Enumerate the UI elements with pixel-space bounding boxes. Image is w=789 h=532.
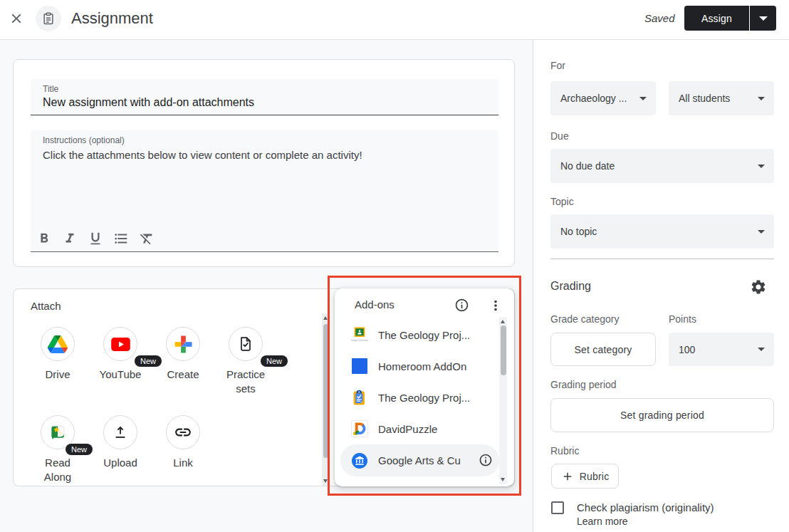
attach-item-create: Create <box>152 327 214 382</box>
grading-period-label: Grading period <box>550 379 617 390</box>
caret-down-icon <box>758 348 765 351</box>
create-button[interactable] <box>166 327 200 361</box>
info-icon <box>454 298 469 313</box>
addon-item-geology-2[interactable]: The Geology Proj... <box>340 382 499 413</box>
assignment-details-card: Title New assignment with add-on attachm… <box>13 59 515 267</box>
attach-item-youtube: YouTube <box>89 327 152 382</box>
addon-item-label: Google Arts & Cu <box>378 454 461 466</box>
caret-down-icon <box>639 97 647 100</box>
topic-label: Topic <box>550 196 574 207</box>
drive-icon <box>48 335 68 353</box>
learn-more-link[interactable]: Learn more <box>577 516 628 527</box>
scroll-up-icon <box>323 316 328 320</box>
plagiarism-checkbox[interactable] <box>551 501 564 514</box>
attach-item-label: Practice sets <box>219 367 272 396</box>
addons-info-button[interactable] <box>454 298 469 313</box>
clipboard-addon-icon <box>351 389 368 406</box>
caret-down-icon <box>758 97 765 100</box>
assign-dropdown-button[interactable] <box>749 6 776 31</box>
attach-item-label: Read Along <box>31 456 84 484</box>
attach-item-label: Create <box>157 367 209 382</box>
points-select[interactable]: 100 <box>669 333 774 366</box>
youtube-button[interactable] <box>103 327 137 361</box>
rubric-label: Rubric <box>550 445 579 457</box>
new-badge: New <box>66 444 93 455</box>
attach-scrollbar[interactable] <box>322 313 330 486</box>
attach-item-label: Link <box>157 456 209 470</box>
top-bar: Assignment Saved Assign <box>0 0 789 40</box>
svg-text:Google Classroom: Google Classroom <box>351 339 368 342</box>
addon-item-label: The Geology Proj... <box>378 392 470 404</box>
add-rubric-button[interactable]: Rubric <box>551 464 619 489</box>
addon-item-davidpuzzle[interactable]: DavidPuzzle <box>340 413 499 444</box>
settings-sidebar: For Archaeology ... All students Due No … <box>533 40 789 532</box>
underline-icon <box>88 231 103 246</box>
bold-button[interactable] <box>36 230 53 247</box>
underline-button[interactable] <box>87 230 104 247</box>
grading-heading: Grading <box>550 280 591 293</box>
students-select[interactable]: All students <box>669 81 774 115</box>
addon-item-geology-1[interactable]: Google Classroom The Geology Proj... <box>340 319 499 350</box>
close-button[interactable] <box>8 10 25 27</box>
set-grading-period-button[interactable]: Set grading period <box>550 398 774 432</box>
addon-item-google-arts[interactable]: Google Arts & Cu <box>340 444 499 476</box>
page-title: Assignment <box>71 9 153 28</box>
clear-formatting-button[interactable] <box>138 230 155 247</box>
instructions-field-value[interactable]: Click the attachments below to view cont… <box>43 149 362 161</box>
link-icon <box>174 423 192 442</box>
assignment-type-badge <box>36 6 61 31</box>
scroll-down-icon <box>323 479 328 483</box>
attach-item-drive: Drive <box>26 327 89 382</box>
addons-overflow-menu-button[interactable] <box>488 298 503 313</box>
caret-down-icon <box>759 16 768 21</box>
instructions-field[interactable]: Instructions (optional) Click the attach… <box>31 130 498 252</box>
assign-split-button: Assign <box>684 6 776 31</box>
title-field[interactable]: Title New assignment with add-on attachm… <box>31 79 498 115</box>
create-plus-icon <box>174 335 192 353</box>
youtube-icon <box>111 338 130 351</box>
attach-item-label: Upload <box>94 456 147 470</box>
addon-info-button[interactable] <box>479 453 493 467</box>
close-icon <box>9 11 24 26</box>
scrollbar-thumb[interactable] <box>323 324 329 458</box>
sidebar-divider <box>550 259 774 259</box>
scrollbar-thumb[interactable] <box>501 325 506 375</box>
bulleted-list-button[interactable] <box>113 230 130 247</box>
assign-button[interactable]: Assign <box>684 6 749 31</box>
italic-button[interactable] <box>61 230 78 247</box>
grading-settings-button[interactable] <box>750 278 767 296</box>
due-date-select[interactable]: No due date <box>550 149 774 183</box>
read-along-icon <box>48 423 67 442</box>
assignment-clipboard-icon <box>41 11 56 26</box>
class-select-value: Archaeology ... <box>560 93 635 104</box>
addons-title: Add-ons <box>355 298 394 311</box>
new-badge: New <box>135 355 162 367</box>
scroll-up-icon <box>501 320 505 323</box>
add-rubric-button-label: Rubric <box>580 471 610 482</box>
topic-select[interactable]: No topic <box>550 214 774 249</box>
due-date-select-value: No due date <box>560 160 753 172</box>
set-category-button[interactable]: Set category <box>550 333 656 366</box>
upload-button[interactable] <box>103 415 137 449</box>
practice-sets-icon <box>237 335 254 353</box>
attach-item-label: Drive <box>31 367 84 382</box>
drive-button[interactable] <box>41 327 75 361</box>
clear-formatting-icon <box>139 231 155 246</box>
bulleted-list-icon <box>113 231 129 246</box>
addons-scrollbar[interactable] <box>499 317 507 484</box>
class-select[interactable]: Archaeology ... <box>550 81 656 115</box>
classroom-addon-icon: Google Classroom <box>351 326 368 343</box>
caret-down-icon <box>758 165 765 168</box>
addon-item-homeroom[interactable]: Homeroom AddOn <box>340 350 499 382</box>
google-arts-addon-icon <box>351 452 368 469</box>
link-button[interactable] <box>166 415 200 449</box>
main-pane: Title New assignment with add-on attachm… <box>0 40 533 532</box>
instructions-field-label: Instructions (optional) <box>43 135 125 145</box>
upload-icon <box>112 424 129 441</box>
attach-item-link: Link <box>152 415 214 470</box>
title-field-value[interactable]: New assignment with add-on attachments <box>43 96 254 109</box>
davidpuzzle-addon-icon <box>351 420 368 437</box>
students-select-value: All students <box>679 93 753 104</box>
grade-category-label: Grade category <box>550 313 620 325</box>
practice-sets-button[interactable] <box>229 327 263 361</box>
